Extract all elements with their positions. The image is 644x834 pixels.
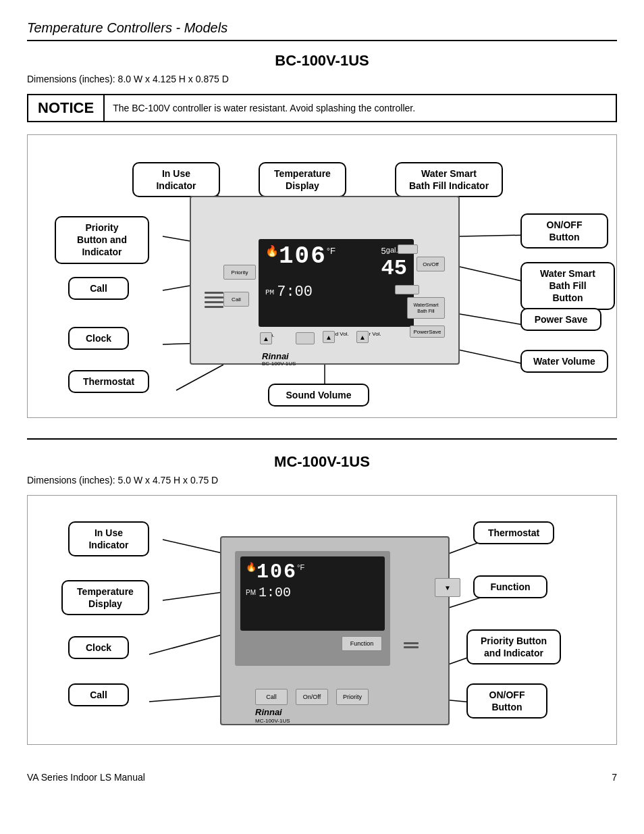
- bc-clock-label: Clock: [68, 327, 129, 350]
- svg-line-10: [176, 365, 223, 390]
- page-header: Temperature Controllers - Models: [27, 20, 617, 41]
- bc-rinnai-logo: Rinnai: [262, 351, 289, 361]
- bc-water-smart-btn[interactable]: WaterSmartBath Fill: [407, 297, 445, 319]
- mc-model-number: MC-100V-1US: [255, 718, 290, 724]
- mc-priority-btn[interactable]: Priority: [336, 689, 369, 705]
- mc-priority-button-label: Priority Buttonand Indicator: [466, 629, 561, 664]
- mc-clock-label: Clock: [68, 636, 129, 659]
- mc-function-label: Function: [473, 575, 547, 598]
- mc-flame-icon: 🔥: [246, 562, 257, 572]
- bc-flame-icon: 🔥: [265, 244, 279, 257]
- bc-priority-button-label: PriorityButton andIndicator: [55, 216, 149, 264]
- bc-temp-display: 106: [279, 244, 327, 269]
- mc-section-title: MC-100V-1US: [27, 453, 617, 471]
- bc-sound-volume-label: Sound Volume: [268, 384, 369, 407]
- bc-on-off-button-label: ON/OFFButton: [520, 213, 608, 249]
- bc-clock-lines: [205, 292, 223, 308]
- mc-section-dims: Dimensions (inches): 5.0 W x 4.75 H x 0.…: [27, 475, 617, 486]
- bc-section-title: BC-100V-1US: [27, 52, 617, 70]
- mc-indicator-lines: [404, 642, 419, 648]
- bc-vol-display: 45: [381, 256, 407, 281]
- bc-diagram: In UseIndicator TemperatureDisplay Water…: [27, 134, 617, 418]
- mc-time-display: 1:00: [259, 585, 291, 600]
- bc-thermostat-label: Thermostat: [68, 370, 149, 393]
- section-separator: [27, 438, 617, 440]
- bc-controller-body: Priority Call 🔥 106 °F: [190, 196, 460, 365]
- mc-display-area: 🔥 106 °F PM 1:00 Function: [235, 551, 390, 666]
- mc-temp-unit: °F: [297, 563, 304, 571]
- page-footer: VA Series Indoor LS Manual 7: [27, 765, 617, 783]
- bc-sound-arrows: ▼ ▲ Sound Vol.: [323, 331, 349, 337]
- bc-temp-unit: °F: [327, 246, 336, 256]
- bc-water-up-btn[interactable]: ▲: [356, 331, 369, 343]
- bc-time-prefix: PM: [265, 288, 274, 296]
- bc-vol-icon: 5: [381, 246, 386, 256]
- notice-text: The BC-100V controller is water resistan…: [105, 95, 423, 121]
- bc-call-ctrl-btn[interactable]: Call: [223, 292, 249, 307]
- mc-temp-display: 106: [257, 562, 297, 582]
- mc-time-prefix: PM: [246, 589, 256, 596]
- mc-temperature-display-label: TemperatureDisplay: [61, 580, 149, 615]
- mc-in-use-indicator-label: In UseIndicator: [68, 521, 149, 556]
- notice-label: NOTICE: [28, 95, 105, 121]
- bc-blank-btn[interactable]: [296, 332, 315, 344]
- footer-page-number: 7: [612, 772, 617, 783]
- bc-section-dims: Dimensions (inches): 8.0 W x 4.125 H x 0…: [27, 74, 617, 84]
- bc-call-label: Call: [68, 277, 129, 300]
- bc-water-smart-indicator: [395, 285, 419, 294]
- bc-temp-arrows: ▼ ▲ Temp.: [260, 332, 275, 338]
- svg-line-5: [460, 235, 527, 236]
- mc-lcd-screen: 🔥 106 °F PM 1:00: [240, 556, 385, 631]
- bc-on-off-btn[interactable]: On/Off: [417, 257, 445, 271]
- mc-on-off-button-label: ON/OFFButton: [466, 683, 547, 719]
- bc-model-number: BC-100V-1US: [262, 361, 296, 367]
- bc-temp-up-btn[interactable]: ▲: [260, 332, 272, 344]
- mc-call-btn[interactable]: Call: [255, 689, 288, 705]
- mc-down-btn[interactable]: ▼: [435, 578, 460, 597]
- bc-water-volume-label: Water Volume: [520, 350, 608, 373]
- mc-on-off-btn[interactable]: On/Off: [296, 689, 328, 705]
- mc-function-ctrl-btn[interactable]: Function: [342, 636, 382, 651]
- footer-manual-name: VA Series Indoor LS Manual: [27, 772, 145, 783]
- bc-in-use-indicator-label: In UseIndicator: [132, 162, 220, 197]
- bc-temperature-display-label: TemperatureDisplay: [259, 162, 346, 197]
- svg-line-7: [460, 314, 527, 325]
- mc-call-label: Call: [68, 683, 129, 706]
- mc-diagram: In UseIndicator TemperatureDisplay Clock…: [27, 495, 617, 745]
- page-header-title: Temperature Controllers - Models: [27, 20, 227, 35]
- mc-controller-body: 🔥 106 °F PM 1:00 Function ▲: [220, 536, 450, 725]
- bc-water-smart-bath-fill-button-label: Water SmartBath FillButton: [520, 262, 615, 310]
- bc-indicator-light: [398, 244, 418, 254]
- bc-power-save-btn[interactable]: PowerSave: [410, 325, 445, 338]
- mc-thermostat-label: Thermostat: [473, 521, 554, 544]
- mc-bottom-btns: Call On/Off Priority: [255, 689, 369, 705]
- svg-line-6: [460, 267, 527, 282]
- bc-lcd-screen: 🔥 106 °F 5 gal. 45 PM: [259, 239, 414, 327]
- bc-water-vol-arrows: ▼ ▲ Water Vol.: [356, 331, 381, 337]
- bc-water-smart-bath-fill-indicator-label: Water SmartBath Fill Indicator: [395, 162, 503, 197]
- bc-power-save-label: Power Save: [520, 308, 601, 331]
- bc-time-display: 7:00: [277, 284, 313, 301]
- notice-box: NOTICE The BC-100V controller is water r…: [27, 94, 617, 122]
- mc-rinnai-logo: Rinnai: [255, 707, 282, 717]
- bc-gal-label: gal.: [386, 246, 398, 254]
- bc-priority-ctrl-btn[interactable]: Priority: [223, 265, 256, 280]
- bc-sound-up-btn[interactable]: ▲: [323, 331, 335, 343]
